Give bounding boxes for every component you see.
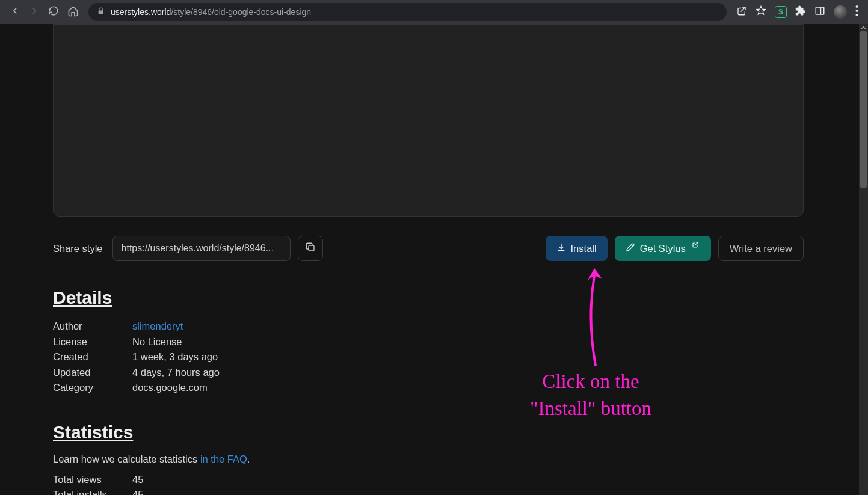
statistics-key: Total views <box>53 472 132 488</box>
details-value: No License <box>132 334 182 350</box>
details-row: Categorydocs.google.com <box>53 380 804 396</box>
bookmark-icon[interactable] <box>756 5 766 19</box>
download-icon <box>556 242 566 254</box>
svg-point-2 <box>856 5 858 8</box>
browser-toolbar: userstyles.world/style/8946/old-google-d… <box>0 0 868 24</box>
write-review-label: Write a review <box>730 243 792 254</box>
statistics-value: 45 <box>132 472 143 488</box>
statistics-heading: Statistics <box>53 422 804 443</box>
statistics-intro: Learn how we calculate statistics in the… <box>53 453 804 465</box>
details-value: docs.google.com <box>132 380 208 396</box>
brush-icon <box>626 242 635 254</box>
style-preview-image <box>53 24 804 217</box>
details-value: 1 week, 3 days ago <box>132 349 218 365</box>
copy-icon <box>305 242 316 255</box>
install-button[interactable]: Install <box>546 236 608 261</box>
svg-point-3 <box>856 10 858 12</box>
statistics-row: Total installs45 <box>53 487 804 495</box>
back-button[interactable] <box>10 5 20 19</box>
menu-icon[interactable] <box>855 5 858 19</box>
install-button-label: Install <box>571 243 597 254</box>
get-stylus-button[interactable]: Get Stylus <box>615 236 711 261</box>
svg-rect-5 <box>309 245 314 251</box>
home-button[interactable] <box>67 5 79 19</box>
statistics-key: Total installs <box>53 487 132 495</box>
page-viewport: Share style https://userstyles.world/sty… <box>0 24 868 495</box>
statistics-list: Total views45Total installs45Weekly inst… <box>53 472 804 495</box>
details-row: LicenseNo License <box>53 334 804 350</box>
write-review-button[interactable]: Write a review <box>718 236 804 261</box>
scrollbar-thumb[interactable] <box>860 31 867 188</box>
details-row: Authorslimenderyt <box>53 319 804 334</box>
address-bar[interactable]: userstyles.world/style/8946/old-google-d… <box>88 3 727 21</box>
details-key: Author <box>53 319 132 334</box>
svg-rect-0 <box>816 7 824 14</box>
external-link-icon <box>691 241 700 249</box>
scroll-up-icon[interactable] <box>861 25 866 31</box>
panel-icon[interactable] <box>814 5 825 19</box>
action-row: Share style https://userstyles.world/sty… <box>53 236 804 261</box>
svg-point-4 <box>856 14 858 16</box>
share-url-input[interactable]: https://userstyles.world/style/8946... <box>112 236 291 261</box>
details-key: Updated <box>53 365 132 381</box>
details-heading: Details <box>53 287 804 308</box>
reload-button[interactable] <box>48 5 59 19</box>
statistics-row: Total views45 <box>53 472 804 488</box>
copy-button[interactable] <box>298 236 323 261</box>
details-key: License <box>53 334 132 350</box>
share-page-icon[interactable] <box>736 5 747 19</box>
scrollbar[interactable] <box>859 24 868 495</box>
extensions-icon[interactable] <box>795 5 806 19</box>
author-link[interactable]: slimenderyt <box>132 321 183 331</box>
details-key: Created <box>53 349 132 365</box>
details-row: Created1 week, 3 days ago <box>53 349 804 365</box>
forward-button[interactable] <box>29 5 40 19</box>
statistics-value: 45 <box>132 487 143 495</box>
details-list: AuthorslimenderytLicenseNo LicenseCreate… <box>53 319 804 396</box>
lock-icon <box>97 7 105 17</box>
details-key: Category <box>53 380 132 396</box>
get-stylus-label: Get Stylus <box>640 243 686 254</box>
details-value: slimenderyt <box>132 319 183 334</box>
faq-link[interactable]: in the FAQ <box>200 453 247 464</box>
details-value: 4 days, 7 hours ago <box>132 365 220 381</box>
share-label: Share style <box>53 243 103 254</box>
stylus-extension-icon[interactable]: S <box>775 6 787 18</box>
details-row: Updated4 days, 7 hours ago <box>53 365 804 381</box>
profile-avatar[interactable] <box>834 5 847 19</box>
url-text: userstyles.world/style/8946/old-google-d… <box>111 7 311 17</box>
